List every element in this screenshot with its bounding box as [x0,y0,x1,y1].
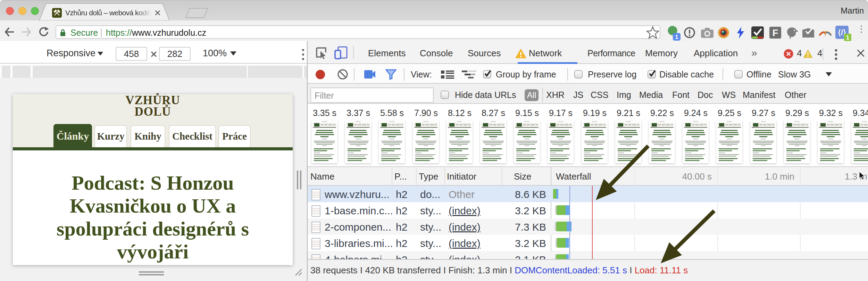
svg-text:1: 1 [846,34,849,41]
svg-text:F: F [773,28,778,38]
svg-text:1: 1 [675,34,678,40]
